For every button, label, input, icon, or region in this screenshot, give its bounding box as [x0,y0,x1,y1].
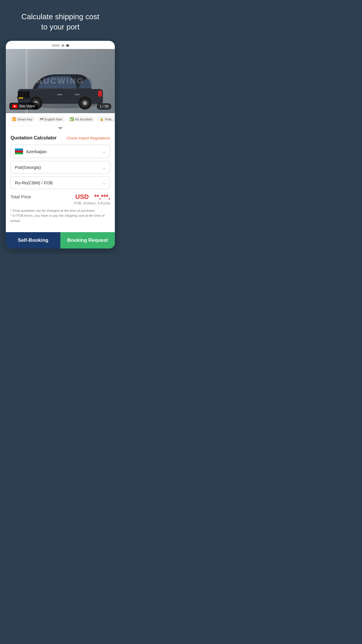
photo-count: 1 / 59 [97,103,111,110]
watermark: AUCWING [36,76,85,86]
feature-no-accident: ✅ No Accident [67,116,95,122]
svg-rect-18 [57,94,62,95]
azerbaijan-flag [15,148,23,154]
chevron-down-icon [58,127,63,130]
bottom-buttons: Self-Booking Booking Request [6,232,115,249]
check-import-regulations-link[interactable]: Check Import Regulations [66,136,110,140]
expand-row[interactable] [6,125,115,131]
port-select[interactable]: Poti(Georgia) ⌄ [10,161,110,174]
feature-polic: 🔒 Polic... [97,116,115,122]
dot-2 [61,44,64,47]
svg-point-15 [84,102,86,104]
dot-3 [66,44,69,47]
youtube-icon [12,104,17,108]
dot-1 [52,44,60,47]
main-card: AUCWING See Video 1 / 59 📶 Smart Key 🗺 E… [6,41,115,249]
self-booking-button[interactable]: Self-Booking [6,232,60,249]
feature-smart-key: 📶 Smart Key [9,116,35,122]
shipping-chevron-icon: ⌄ [102,181,106,185]
quotation-section: Quotation Calculator Check Import Regula… [6,131,115,232]
total-price-label: Total Price [10,193,31,199]
total-price-value: USD **,***, FOB, Incheon, S.Korea [74,193,110,205]
country-select[interactable]: Azerbaijan ⌄ [10,145,110,158]
car-image: AUCWING See Video 1 / 59 [6,49,115,113]
quotation-title: Quotation Calculator [10,135,57,141]
quotation-header: Quotation Calculator Check Import Regula… [10,135,110,141]
page-title: Calculate shipping cost to your port [18,12,102,32]
disclaimer: * Final quotation can be changed at the … [10,208,110,223]
carousel-dots [6,41,115,49]
see-video-button[interactable]: See Video [9,103,38,110]
price-sub-note: FOB, Incheon, S.Korea [74,201,110,205]
shipping-select[interactable]: Ro-Ro(CBM) / FOB ⌄ [10,176,110,189]
feature-english-navi: 🗺 English Navi [37,116,65,122]
features-row: 📶 Smart Key 🗺 English Navi ✅ No Accident… [6,113,115,125]
port-chevron-icon: ⌄ [102,165,106,170]
price-display: USD **,***, [74,193,110,201]
svg-rect-19 [74,94,80,95]
svg-rect-4 [18,91,29,97]
svg-rect-20 [98,91,102,97]
total-price-row: Total Price USD **,***, FOB, Incheon, S.… [10,193,110,205]
country-chevron-icon: ⌄ [102,149,106,154]
booking-request-button[interactable]: Booking Request [60,232,115,249]
